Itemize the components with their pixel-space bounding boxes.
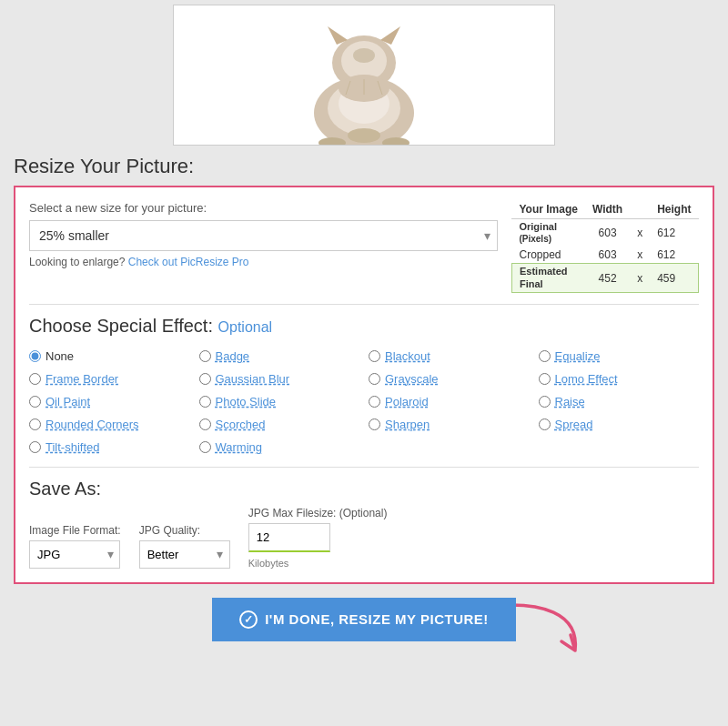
effect-none[interactable]: None — [29, 348, 190, 365]
stats-estimated-width: 452 — [585, 264, 630, 292]
effect-tilt-shifted-label: Tilt-shifted — [46, 440, 99, 454]
effect-none-radio[interactable] — [29, 350, 41, 362]
effect-lomo-effect-radio[interactable] — [539, 373, 551, 385]
effect-polaroid-radio[interactable] — [369, 396, 380, 408]
effect-lomo-effect[interactable]: Lomo Effect — [539, 370, 700, 388]
effect-badge[interactable]: Badge — [199, 348, 360, 365]
effect-equalize-radio[interactable] — [539, 350, 551, 362]
image-stats-table: Your Image Width Height Original(Pixels)… — [511, 201, 699, 293]
effect-polaroid[interactable]: Polaroid — [369, 393, 530, 410]
effect-sharpen-radio[interactable] — [369, 418, 380, 430]
page-title: Resize Your Picture: — [14, 155, 714, 178]
cat-image-svg — [273, 17, 455, 145]
stats-original-row: Original(Pixels) 603 x 612 — [511, 219, 698, 247]
format-label: Image File Format: — [29, 524, 121, 537]
maxfile-field: JPG Max Filesize: (Optional) Kilobytes — [248, 507, 388, 569]
effect-frame-border[interactable]: Frame Border — [29, 370, 190, 388]
effect-grayscale[interactable]: Grayscale — [369, 370, 530, 388]
divider-1 — [29, 304, 699, 305]
svg-point-4 — [348, 128, 380, 143]
effect-tilt-shifted-radio[interactable] — [29, 441, 41, 453]
optional-label: Optional — [218, 319, 273, 335]
quality-select-wrapper: Better Good Best Basic ▾ — [139, 540, 230, 569]
page-wrapper: Resize Your Picture: Select a new size f… — [0, 0, 728, 655]
cat-image-container — [173, 5, 555, 146]
effect-photo-slide-radio[interactable] — [199, 396, 211, 408]
format-select[interactable]: JPG PNG GIF BMP — [29, 540, 120, 569]
effect-spread[interactable]: Spread — [539, 416, 700, 433]
effect-blackout-label: Blackout — [385, 349, 430, 363]
stats-cropped-height: 612 — [650, 247, 698, 264]
effect-blackout-radio[interactable] — [369, 350, 380, 362]
stats-col-height: Height — [650, 201, 698, 219]
effect-equalize[interactable]: Equalize — [539, 348, 700, 365]
check-circle-icon: ✓ — [239, 610, 258, 629]
effect-grayscale-radio[interactable] — [369, 373, 380, 385]
maxfile-label: JPG Max Filesize: (Optional) — [248, 507, 388, 519]
done-area: ✓ I'M DONE, RESIZE MY PICTURE! — [14, 584, 714, 655]
effect-warming-label: Warming — [216, 440, 263, 454]
effect-warming-radio[interactable] — [199, 441, 211, 453]
effect-polaroid-label: Polaroid — [385, 395, 429, 408]
format-select-wrapper: JPG PNG GIF BMP ▾ — [29, 540, 121, 569]
effect-gaussian-blur-label: Gaussian Blur — [216, 372, 290, 386]
effect-raise-label: Raise — [555, 395, 585, 408]
done-button-label: I'M DONE, RESIZE MY PICTURE! — [265, 611, 489, 627]
effect-warming[interactable]: Warming — [199, 439, 360, 456]
effect-scorched-radio[interactable] — [199, 418, 211, 430]
resize-select-wrapper: 25% smaller 50% smaller 75% smaller Orig… — [29, 220, 498, 251]
quality-field: JPG Quality: Better Good Best Basic ▾ — [139, 524, 230, 569]
divider-2 — [29, 467, 699, 468]
stats-original-label: Original(Pixels) — [511, 219, 584, 247]
stats-col-width: Width — [585, 201, 630, 219]
resize-select[interactable]: 25% smaller 50% smaller 75% smaller Orig… — [29, 220, 498, 251]
effect-scorched[interactable]: Scorched — [199, 416, 360, 433]
enlarge-link-text: Looking to enlarge? Check out PicResize … — [29, 256, 498, 268]
stats-cropped-width: 603 — [585, 247, 630, 264]
effect-tilt-shifted[interactable]: Tilt-shifted — [29, 439, 190, 456]
kilobytes-label: Kilobytes — [248, 558, 388, 569]
arrow-wrapper: ✓ I'M DONE, RESIZE MY PICTURE! — [212, 598, 516, 641]
done-resize-button[interactable]: ✓ I'M DONE, RESIZE MY PICTURE! — [212, 598, 516, 641]
effect-rounded-corners-label: Rounded Corners — [46, 418, 139, 431]
effect-raise-radio[interactable] — [539, 396, 551, 408]
resize-section: Select a new size for your picture: 25% … — [29, 201, 699, 293]
save-as-title: Save As: — [29, 479, 699, 499]
resize-row: Select a new size for your picture: 25% … — [29, 201, 699, 293]
effect-frame-border-radio[interactable] — [29, 373, 41, 385]
quality-select[interactable]: Better Good Best Basic — [139, 540, 230, 569]
effects-grid: None Badge Blackout Equalize — [29, 348, 699, 456]
svg-point-11 — [353, 48, 375, 63]
picresize-pro-link[interactable]: Check out PicResize Pro — [128, 256, 249, 268]
effect-gaussian-blur[interactable]: Gaussian Blur — [199, 370, 360, 388]
pink-border-box: Select a new size for your picture: 25% … — [14, 186, 714, 584]
effect-grayscale-label: Grayscale — [385, 372, 439, 386]
stats-cropped-row: Cropped 603 x 612 — [511, 247, 698, 264]
effect-rounded-corners[interactable]: Rounded Corners — [29, 416, 190, 433]
stats-estimated-row: EstimatedFinal 452 x 459 — [511, 264, 698, 292]
effect-section: Choose Special Effect: Optional None Bad… — [29, 316, 699, 456]
effect-equalize-label: Equalize — [555, 349, 601, 363]
effect-blackout[interactable]: Blackout — [369, 348, 530, 365]
effect-spread-radio[interactable] — [539, 418, 551, 430]
effect-raise[interactable]: Raise — [539, 393, 700, 410]
pink-arrow-icon — [507, 600, 589, 664]
effect-badge-radio[interactable] — [199, 350, 211, 362]
effect-title: Choose Special Effect: Optional — [29, 316, 699, 337]
effect-oil-paint-label: Oil Paint — [46, 395, 90, 408]
effect-rounded-corners-radio[interactable] — [29, 418, 41, 430]
effect-oil-paint-radio[interactable] — [29, 396, 41, 408]
stats-col-x — [630, 201, 650, 219]
stats-cropped-label: Cropped — [511, 247, 584, 264]
save-as-section: Save As: Image File Format: JPG PNG GIF … — [29, 479, 699, 569]
effect-photo-slide[interactable]: Photo Slide — [199, 393, 360, 410]
effect-oil-paint[interactable]: Oil Paint — [29, 393, 190, 410]
effect-photo-slide-label: Photo Slide — [216, 395, 277, 408]
effect-none-label: None — [46, 349, 74, 363]
maxfile-input[interactable] — [248, 523, 330, 552]
effect-sharpen[interactable]: Sharpen — [369, 416, 530, 433]
effect-scorched-label: Scorched — [216, 418, 266, 431]
effect-badge-label: Badge — [216, 349, 250, 363]
stats-original-width: 603 — [585, 219, 630, 247]
effect-gaussian-blur-radio[interactable] — [199, 373, 211, 385]
